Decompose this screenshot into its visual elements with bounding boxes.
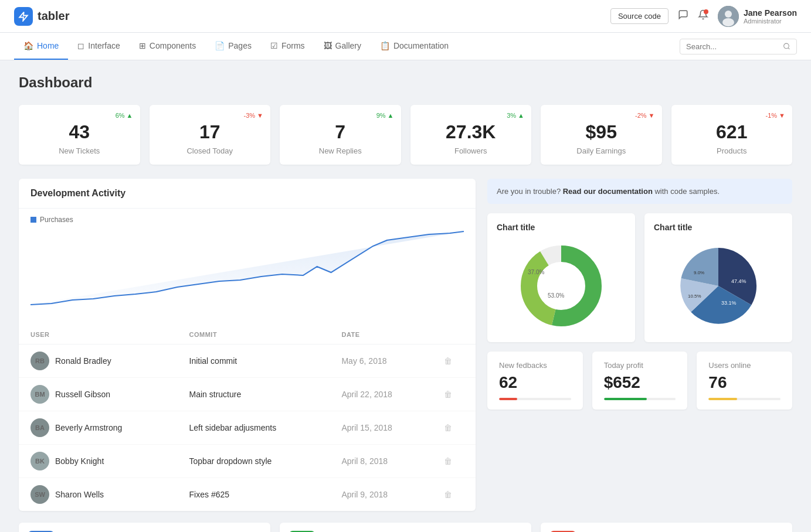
bottom-stat-value: 76 [708, 373, 781, 392]
page-title: Dashboard [19, 74, 792, 91]
svg-point-2 [722, 18, 734, 26]
delete-icon[interactable]: 🗑 [444, 456, 452, 466]
delete-cell[interactable]: 🗑 [432, 378, 476, 411]
col-date: DATE [330, 325, 432, 345]
stat-badge: -2% ▼ [635, 112, 655, 119]
user-cell: BA Beverly Armstrong [19, 411, 178, 445]
delete-icon[interactable]: 🗑 [444, 423, 452, 432]
user-cell: BK Bobby Knight [19, 445, 178, 478]
nav-item-components[interactable]: ⊞Components [130, 33, 205, 60]
nav-icon: ◻ [77, 41, 84, 50]
chat-icon[interactable] [678, 9, 688, 23]
notification-dot [704, 9, 708, 14]
progress-bar [708, 398, 781, 400]
svg-text:9.0%: 9.0% [694, 270, 704, 275]
date-cell: April 15, 2018 [330, 411, 432, 445]
stat-value: 17 [161, 121, 259, 143]
progress-bar [604, 398, 676, 400]
nav-label: Components [150, 41, 196, 50]
table-row: RB Ronald Bradley Initial commit May 6, … [19, 345, 476, 378]
search-input[interactable] [686, 42, 783, 51]
table-row: BM Russell Gibson Main structure April 2… [19, 378, 476, 411]
date-cell: April 8, 2018 [330, 445, 432, 478]
navbar: 🏠Home◻Interface⊞Components📄Pages☑Forms🖼G… [0, 33, 811, 60]
user-name-cell: Sharon Wells [55, 490, 104, 499]
commit-cell: Initial commit [178, 345, 330, 378]
chart1-title: Chart title [497, 223, 626, 232]
col-commit: COMMIT [178, 325, 330, 345]
stat-label: Closed Today [161, 146, 259, 155]
banner-text-before: Are you in trouble? [497, 187, 563, 196]
user-details: Jane Pearson Administrator [744, 8, 797, 25]
nav-search [680, 39, 797, 54]
chart-legend: Purchases [30, 216, 464, 224]
stat-badge: 3% ▲ [507, 112, 524, 119]
user-avatar: BA [30, 418, 49, 437]
delete-icon[interactable]: 🗑 [444, 490, 452, 499]
middle-row: Development Activity Purchases [19, 179, 792, 511]
table-row: BA Beverly Armstrong Left sidebar adjusm… [19, 411, 476, 445]
delete-icon[interactable]: 🗑 [444, 390, 452, 399]
stat-badge: 9% ▲ [376, 112, 394, 119]
stat-label: Products [683, 146, 781, 155]
progress-fill [708, 398, 737, 400]
table-row: SW Sharon Wells Fixes #625 April 9, 2018… [19, 478, 476, 511]
source-code-button[interactable]: Source code [610, 8, 669, 24]
user-avatar: RB [30, 352, 49, 370]
delete-cell[interactable]: 🗑 [432, 478, 476, 511]
date-cell: April 22, 2018 [330, 378, 432, 411]
banner-link[interactable]: Read our documentation [563, 187, 653, 196]
svg-point-3 [784, 43, 789, 49]
user-info: Jane Pearson Administrator [718, 6, 797, 27]
header: tabler Source code Jane Pearson Administ… [0, 0, 811, 33]
delete-icon[interactable]: 🗑 [444, 356, 452, 366]
nav-item-pages[interactable]: 📄Pages [205, 33, 261, 60]
user-name-cell: Russell Gibson [55, 390, 110, 399]
user-avatar: BM [30, 385, 49, 404]
user-avatar: BK [30, 452, 49, 470]
user-cell: SW Sharon Wells [19, 478, 178, 511]
delete-cell[interactable]: 🗑 [432, 411, 476, 445]
chart-card-1: Chart title 53.0% 37.0% [487, 213, 635, 342]
bottom-stat-label: Users online [708, 361, 781, 370]
svg-text:37.0%: 37.0% [528, 269, 544, 275]
delete-cell[interactable]: 🗑 [432, 445, 476, 478]
commit-table-body: RB Ronald Bradley Initial commit May 6, … [19, 345, 476, 511]
commit-cell: Left sidebar adjusments [178, 411, 330, 445]
nav-label: Pages [228, 41, 252, 50]
user-role: Administrator [744, 18, 797, 25]
stat-label: New Tickets [30, 146, 128, 155]
bottom-stats: New fedbacks 62 Today profit $652 Users … [487, 352, 792, 410]
donut-chart: 53.0% 37.0% [497, 239, 626, 333]
avatar [718, 6, 739, 27]
stat-badge: -1% ▼ [765, 112, 785, 119]
nav-icon: ⊞ [139, 41, 146, 50]
dev-activity-card: Development Activity Purchases [19, 179, 476, 511]
progress-fill [604, 398, 647, 400]
delete-cell[interactable]: 🗑 [432, 345, 476, 378]
nav-item-home[interactable]: 🏠Home [14, 33, 68, 60]
table-row: BK Bobby Knight Topbar dropdown style Ap… [19, 445, 476, 478]
nav-item-gallery[interactable]: 🖼Gallery [314, 33, 371, 60]
user-name-cell: Beverly Armstrong [55, 423, 122, 432]
bottom-stat-value: 62 [499, 373, 571, 392]
progress-fill [499, 398, 517, 400]
user-cell: BM Russell Gibson [19, 378, 178, 411]
nav-icon: 📄 [215, 41, 225, 50]
logo-icon [14, 7, 33, 26]
nav-item-documentation[interactable]: 📋Documentation [371, 33, 458, 60]
strip-card-2: 👤 1,352 Members 163 registered today [541, 523, 792, 532]
nav-icon: 🏠 [23, 41, 33, 50]
stat-label: New Replies [291, 146, 389, 155]
nav-icon: ☑ [270, 41, 278, 50]
stat-value: $95 [552, 121, 650, 143]
bottom-stat-label: Today profit [604, 361, 676, 370]
notification-icon[interactable] [698, 9, 708, 23]
nav-item-interface[interactable]: ◻Interface [68, 33, 129, 60]
line-chart [30, 229, 464, 316]
stat-card-5: -1% ▼ 621 Products [671, 105, 793, 165]
info-banner: Are you in trouble? Read our documentati… [487, 179, 792, 204]
nav-item-forms[interactable]: ☑Forms [261, 33, 314, 60]
stat-badge: 6% ▲ [116, 112, 133, 119]
strip-card-0: $ 132 Sales 12 waiting payments [19, 523, 270, 532]
